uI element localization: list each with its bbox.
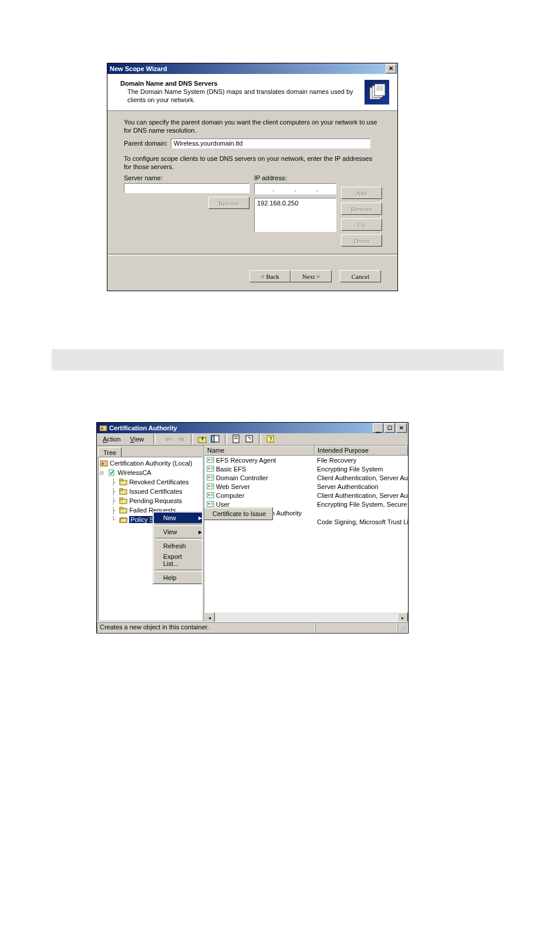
- refresh-toolbar-button[interactable]: [244, 433, 255, 445]
- next-button[interactable]: Next >: [291, 270, 332, 282]
- tree-node-revoked[interactable]: ├ Revoked Certificates: [100, 477, 201, 487]
- ca-root-icon: [100, 459, 108, 467]
- context-menu: New ▶ View ▶ Refresh Export List... Help: [153, 511, 203, 584]
- svg-rect-19: [109, 470, 114, 476]
- scroll-left-button[interactable]: ◂: [204, 612, 215, 622]
- help-icon: ?: [266, 434, 275, 444]
- list-item[interactable]: Web ServerServer Authentication: [204, 482, 408, 491]
- menu-action[interactable]: Action: [100, 434, 123, 444]
- close-button[interactable]: ✕: [386, 64, 396, 73]
- wizard-header-desc: The Domain Name System (DNS) maps and tr…: [120, 87, 361, 104]
- ctx-new[interactable]: New ▶: [154, 513, 203, 523]
- maximize-icon: ☐: [387, 426, 392, 431]
- mmc-title: Certification Authority: [109, 424, 177, 431]
- list-item[interactable]: Basic EFSEncrypting File System: [204, 464, 408, 473]
- folder-open-icon: [119, 515, 127, 524]
- ca-title-icon: [99, 424, 107, 432]
- ctx-export[interactable]: Export List...: [154, 551, 203, 569]
- submenu: Certificate to Issue: [204, 507, 273, 520]
- close-icon: ✕: [389, 66, 393, 72]
- mmc-titlebar[interactable]: Certification Authority ▁ ☐ ✕: [97, 423, 408, 433]
- up-level-button[interactable]: [197, 433, 208, 445]
- mmc-close-button[interactable]: ✕: [396, 423, 407, 433]
- col-purpose[interactable]: Intended Purpose: [315, 446, 408, 456]
- col-name[interactable]: Name: [204, 446, 315, 456]
- down-button[interactable]: Down: [341, 234, 382, 247]
- tree-tab-strip: Tree: [97, 446, 204, 457]
- tree-pane-icon: [211, 434, 220, 444]
- wizard-footer: < Back Next > Cancel: [107, 270, 397, 291]
- status-bar: Creates a new object in this container.: [97, 622, 408, 633]
- scroll-right-button[interactable]: ▸: [397, 612, 408, 622]
- list-item[interactable]: Domain ControllerClient Authentication, …: [204, 473, 408, 482]
- status-cell-2: [315, 622, 397, 633]
- svg-point-7: [101, 427, 103, 430]
- minimize-button[interactable]: ▁: [373, 423, 383, 433]
- wizard-title: New Scope Wizard: [109, 65, 386, 72]
- ip-address-input[interactable]: . . .: [254, 183, 336, 194]
- properties-button[interactable]: [231, 433, 242, 445]
- up-button[interactable]: Up: [341, 218, 382, 231]
- triangle-left-icon: ◂: [208, 615, 211, 621]
- list-body[interactable]: EFS Recovery AgentFile RecoveryBasic EFS…: [204, 456, 408, 612]
- cert-template-icon: [207, 483, 214, 490]
- list-panel: Name Intended Purpose EFS Recovery Agent…: [204, 446, 408, 622]
- new-scope-wizard-dialog: New Scope Wizard ✕ Domain Name and DNS S…: [107, 63, 398, 291]
- list-item[interactable]: EFS Recovery AgentFile Recovery: [204, 456, 408, 464]
- folder-icon: [119, 478, 127, 486]
- svg-rect-14: [246, 436, 252, 442]
- list-item[interactable]: ComputerClient Authentication, Server Au…: [204, 491, 408, 500]
- ip-address-label: IP address:: [254, 174, 336, 181]
- add-button[interactable]: Add: [341, 187, 382, 199]
- cert-template-icon: [207, 465, 214, 473]
- nav-back-button[interactable]: ⇦: [163, 433, 174, 445]
- ctx-view[interactable]: View ▶: [154, 527, 203, 537]
- svg-rect-27: [120, 507, 123, 509]
- cancel-button[interactable]: Cancel: [340, 270, 381, 282]
- mmc-menubar: Action View ⇦ ⇨: [97, 433, 408, 446]
- wizard-header: Domain Name and DNS Servers The Domain N…: [107, 74, 397, 111]
- svg-point-39: [208, 494, 210, 496]
- svg-rect-21: [120, 479, 123, 481]
- back-button[interactable]: < Back: [249, 270, 291, 282]
- submenu-cert-to-issue[interactable]: Certificate to Issue: [204, 508, 272, 519]
- tree-view[interactable]: Certification Authority (Local) ⊟ Wirele…: [98, 457, 203, 621]
- list-fragment: n Authority: [271, 510, 302, 517]
- arrow-right-icon: ⇨: [178, 435, 184, 443]
- show-hide-tree-button[interactable]: [210, 433, 221, 445]
- svg-rect-17: [100, 461, 107, 466]
- properties-icon: [232, 434, 241, 444]
- resize-grip[interactable]: [397, 622, 408, 633]
- tree-node-issued[interactable]: ├ Issued Certificates: [100, 487, 201, 496]
- wizard-titlebar[interactable]: New Scope Wizard ✕: [107, 63, 397, 74]
- ip-address-list[interactable]: 192.168.0.250: [254, 198, 336, 232]
- remove-button[interactable]: Remove: [341, 203, 382, 215]
- cert-template-icon: [207, 474, 214, 481]
- svg-rect-6: [100, 426, 107, 431]
- maximize-button[interactable]: ☐: [384, 423, 395, 433]
- tree-ca[interactable]: ⊟ WirelessCA: [100, 468, 201, 477]
- folder-icon: [119, 497, 127, 505]
- nav-forward-button[interactable]: ⇨: [176, 433, 187, 445]
- parent-domain-label: Parent domain:: [124, 140, 171, 147]
- scroll-track[interactable]: [215, 612, 397, 622]
- help-toolbar-button[interactable]: ?: [265, 433, 276, 445]
- menu-view[interactable]: View: [128, 434, 147, 444]
- status-text: Creates a new object in this container.: [97, 622, 315, 633]
- certification-authority-window: Certification Authority ▁ ☐ ✕ Action Vie…: [96, 422, 409, 633]
- wizard-text-1: You can specify the parent domain you wa…: [124, 118, 381, 135]
- ctx-help[interactable]: Help: [154, 572, 203, 583]
- horizontal-scrollbar[interactable]: ◂ ▸: [204, 612, 408, 622]
- close-icon: ✕: [399, 426, 404, 431]
- resolve-button[interactable]: Resolve: [208, 197, 249, 209]
- tree-node-pending[interactable]: ├ Pending Requests: [100, 496, 201, 505]
- ctx-refresh[interactable]: Refresh: [154, 541, 203, 551]
- server-name-input[interactable]: [124, 183, 249, 193]
- parent-domain-input[interactable]: [171, 139, 370, 149]
- tree-root[interactable]: Certification Authority (Local): [100, 458, 201, 468]
- refresh-icon: [245, 434, 254, 444]
- tree-tab[interactable]: Tree: [98, 447, 122, 457]
- submenu-arrow-icon: ▶: [198, 530, 202, 535]
- ip-list-item[interactable]: 192.168.0.250: [257, 200, 333, 207]
- svg-marker-29: [120, 518, 127, 522]
